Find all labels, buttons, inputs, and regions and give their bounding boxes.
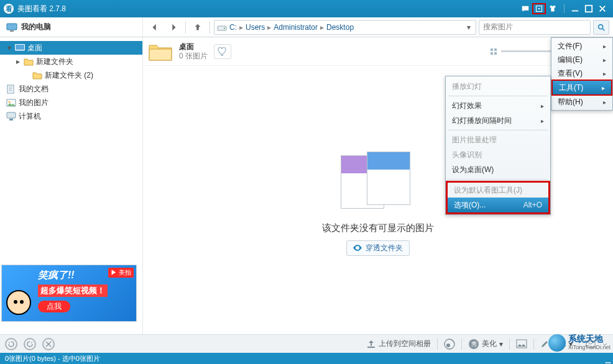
content-area: 桌面 0 张图片 排序 ▾ 该文件夹没有可显示的图片 <box>143 37 613 334</box>
svg-rect-18 <box>494 52 497 55</box>
status-text: 0张图片(0 bytes) - 选中0张图片 <box>5 354 100 363</box>
menu-tools[interactable]: 工具(T)▸ <box>553 81 611 94</box>
sidebar-item-label: 我的文档 <box>19 84 48 94</box>
svg-rect-14 <box>9 119 13 121</box>
sidebar-item-label: 我的图片 <box>19 98 48 108</box>
grid-small-icon <box>490 48 497 55</box>
folder-count: 0 张图片 <box>179 52 208 61</box>
sidebar-item-label: 新建文件夹 (2) <box>45 70 93 81</box>
submenu-wallpaper[interactable]: 设为桌面(W) <box>446 162 550 177</box>
footer-toolbar: 上传到空间相册 秀 美化▾ 编辑▾ <box>0 334 613 353</box>
svg-rect-2 <box>586 6 592 12</box>
chevron-right-icon: ▸ <box>541 102 544 109</box>
folder-large-icon <box>148 42 173 61</box>
path-seg-admin[interactable]: Administrator <box>274 23 318 32</box>
search-button[interactable] <box>593 20 609 35</box>
address-bar: 我的电脑 C: ▸ Users ▸ Administrator ▸ Deskto… <box>0 17 613 37</box>
sidebar-item-computer[interactable]: 计算机 <box>0 109 142 123</box>
empty-image-stack-icon <box>341 152 415 214</box>
submenu-slide-interval[interactable]: 幻灯播放间隔时间▸ <box>446 113 550 128</box>
sidebar-item-documents[interactable]: 我的文档 <box>0 82 142 96</box>
monitor-icon <box>6 23 17 32</box>
ad-tag: ▶ 美拍 <box>108 268 134 278</box>
sidebar-item-desktop[interactable]: ▾ 桌面 <box>0 41 142 55</box>
globe-icon <box>548 334 566 352</box>
penetrate-folder-button[interactable]: 穿透文件夹 <box>346 240 410 256</box>
svg-rect-4 <box>10 30 14 32</box>
svg-point-21 <box>446 344 450 347</box>
main-menu-panel: 文件(F)▸ 编辑(E)▸ 查看(V)▸ 工具(T)▸ 帮助(H)▸ <box>551 37 613 111</box>
tools-submenu: 播放幻灯 幻灯效果▸ 幻灯播放间隔时间▸ 图片批量处理 头像识别 设为桌面(W)… <box>445 76 551 215</box>
status-bar: 0张图片(0 bytes) - 选中0张图片 <box>0 353 613 364</box>
ad-cta-button[interactable]: 点我 <box>38 301 70 312</box>
picture-icon[interactable] <box>516 339 527 349</box>
folder-bar: 桌面 0 张图片 排序 ▾ <box>143 37 613 66</box>
titlebar-divider <box>560 3 568 14</box>
path-dropdown[interactable]: ▾ <box>464 23 473 32</box>
path-drive[interactable]: C: <box>229 23 237 32</box>
menu-edit[interactable]: 编辑(E)▸ <box>551 53 612 66</box>
forward-button[interactable] <box>165 20 182 35</box>
path-seg-users[interactable]: Users <box>246 23 265 32</box>
weibo-icon[interactable] <box>444 339 455 350</box>
minimize-button[interactable] <box>568 3 582 14</box>
twisty-collapse-icon[interactable]: ▾ <box>6 43 12 52</box>
svg-point-12 <box>9 101 11 102</box>
svg-text:秀: 秀 <box>471 341 477 347</box>
empty-state: 该文件夹没有可显示的图片 穿透文件夹 <box>322 152 434 256</box>
app-name: 美图看看 <box>17 4 47 14</box>
maximize-button[interactable] <box>582 3 596 14</box>
sidebar-item-label: 桌面 <box>27 43 42 53</box>
path-box[interactable]: C: ▸ Users ▸ Administrator ▸ Desktop ▾ <box>214 20 476 35</box>
chevron-right-icon: ▸ <box>541 117 544 124</box>
ad-banner[interactable]: 笑疯了!! 超多爆笑短视频！ 点我 ▶ 美拍 <box>1 265 137 322</box>
resize-grip-icon[interactable] <box>606 362 611 363</box>
submenu-slide-effect[interactable]: 幻灯效果▸ <box>446 98 550 113</box>
rotate-right-button[interactable] <box>24 338 36 350</box>
main-menu-button[interactable] <box>532 3 546 14</box>
xiuxiu-icon: 秀 <box>468 339 479 350</box>
favorite-button[interactable] <box>214 44 231 59</box>
documents-icon <box>6 84 16 94</box>
search-input[interactable]: 搜索图片 <box>479 20 591 35</box>
svg-rect-13 <box>7 112 16 118</box>
svg-rect-1 <box>572 11 579 12</box>
app-version: 2.7.8 <box>49 4 66 13</box>
rotate-left-button[interactable] <box>5 338 17 350</box>
skin-icon[interactable] <box>546 3 560 14</box>
beautify-button[interactable]: 秀 美化▾ <box>468 339 503 350</box>
submenu-default-viewer: 设为默认看图工具(J) <box>448 183 548 198</box>
chevron-right-icon: ▸ <box>602 84 605 91</box>
svg-rect-16 <box>494 48 497 51</box>
empty-message: 该文件夹没有可显示的图片 <box>322 222 434 234</box>
back-button[interactable] <box>147 20 163 35</box>
submenu-batch: 图片批量处理 <box>446 132 550 147</box>
upload-icon <box>366 340 376 348</box>
computer-icon <box>6 112 16 121</box>
close-button[interactable] <box>596 3 609 14</box>
menu-file[interactable]: 文件(F)▸ <box>551 39 612 53</box>
sidebar-item-newfolder2[interactable]: 新建文件夹 (2) <box>0 68 142 82</box>
chevron-right-icon: ▸ <box>603 70 606 77</box>
delete-button[interactable] <box>42 338 55 350</box>
svg-point-7 <box>599 24 603 29</box>
chevron-right-icon: ▸ <box>603 43 606 50</box>
sidebar-item-newfolder[interactable]: ▸ 新建文件夹 <box>0 55 142 68</box>
watermark: 系统天地XiTongTianDi.net <box>548 334 611 352</box>
sidebar-item-label: 新建文件夹 <box>36 57 73 67</box>
caret-icon: ▸ <box>320 23 324 32</box>
svg-rect-24 <box>517 340 527 348</box>
up-button[interactable] <box>190 20 206 35</box>
left-panel-title: 我的电脑 <box>21 22 51 32</box>
svg-rect-17 <box>491 52 493 55</box>
twisty-expand-icon[interactable]: ▸ <box>15 57 21 66</box>
upload-button[interactable]: 上传到空间相册 <box>366 339 431 349</box>
submenu-options[interactable]: 选项(O)...Alt+O <box>448 198 548 212</box>
drive-icon <box>217 23 227 32</box>
chat-icon[interactable] <box>519 3 532 14</box>
menu-view[interactable]: 查看(V)▸ <box>551 66 612 80</box>
sidebar-item-pictures[interactable]: 我的图片 <box>0 96 142 109</box>
path-seg-desktop[interactable]: Desktop <box>326 23 354 32</box>
submenu-slideshow: 播放幻灯 <box>446 79 550 94</box>
menu-help[interactable]: 帮助(H)▸ <box>551 95 612 109</box>
